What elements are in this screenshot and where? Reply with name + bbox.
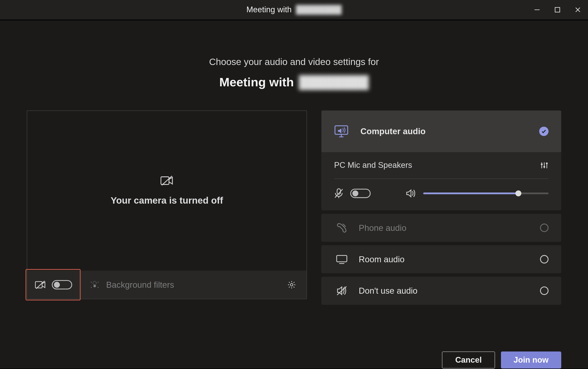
svg-rect-1 xyxy=(161,177,169,184)
radio-icon xyxy=(540,224,549,232)
selected-check-icon xyxy=(539,127,549,136)
window-controls xyxy=(527,0,588,20)
camera-toggle[interactable] xyxy=(52,280,72,289)
close-button[interactable] xyxy=(568,0,588,20)
headline-subtitle: Choose your audio and video settings for xyxy=(0,56,588,67)
pc-audio-icon xyxy=(334,125,351,138)
device-row[interactable]: PC Mic and Speakers xyxy=(334,161,549,170)
window-title: Meeting with ████████ xyxy=(246,5,342,14)
svg-rect-0 xyxy=(555,8,560,12)
device-settings-button[interactable] xyxy=(540,161,549,170)
video-preview-panel: Your camera is turned off Background fil… xyxy=(27,111,307,299)
titlebar: Meeting with ████████ xyxy=(0,0,588,20)
phone-audio-label: Phone audio xyxy=(359,223,540,233)
speaker-off-icon xyxy=(334,286,350,296)
svg-rect-12 xyxy=(546,163,548,164)
headline-title: Meeting with ████████ xyxy=(219,75,369,89)
room-audio-option[interactable]: Room audio xyxy=(321,245,561,273)
footer-buttons: Cancel Join now xyxy=(0,346,588,368)
maximize-button[interactable] xyxy=(547,0,568,20)
svg-rect-2 xyxy=(35,282,42,288)
headline-title-prefix: Meeting with xyxy=(219,75,294,89)
volume-slider[interactable] xyxy=(423,193,549,194)
svg-point-8 xyxy=(291,284,293,286)
dont-use-audio-label: Don't use audio xyxy=(359,286,540,296)
computer-audio-option[interactable]: Computer audio PC Mic and Speakers xyxy=(321,111,561,210)
video-settings-button[interactable] xyxy=(287,280,296,289)
window-title-prefix: Meeting with xyxy=(246,5,292,14)
device-name-label: PC Mic and Speakers xyxy=(334,161,412,170)
sliders-icon xyxy=(540,161,549,170)
minimize-icon xyxy=(534,7,540,13)
volume-group xyxy=(405,189,549,198)
speaker-icon xyxy=(405,189,416,198)
video-controls-bar: Background filters xyxy=(27,270,306,299)
svg-point-5 xyxy=(98,282,98,283)
video-preview-body: Your camera is turned off xyxy=(27,111,306,270)
computer-audio-body: PC Mic and Speakers xyxy=(321,152,561,210)
computer-audio-header[interactable]: Computer audio xyxy=(321,111,561,152)
svg-rect-11 xyxy=(543,166,545,168)
background-filters-label: Background filters xyxy=(106,280,174,290)
close-icon xyxy=(575,7,581,13)
svg-point-3 xyxy=(93,285,96,287)
phone-audio-option: Phone audio xyxy=(321,214,561,242)
room-audio-label: Room audio xyxy=(359,254,540,264)
svg-rect-10 xyxy=(541,164,543,165)
mic-group xyxy=(334,188,371,198)
camera-off-icon xyxy=(35,280,46,289)
divider xyxy=(334,179,549,179)
audio-controls-row xyxy=(334,188,549,198)
minimize-button[interactable] xyxy=(527,0,547,20)
computer-audio-label: Computer audio xyxy=(361,126,539,136)
background-filters-button[interactable]: Background filters xyxy=(90,280,281,290)
radio-icon xyxy=(540,255,549,264)
headline: Choose your audio and video settings for… xyxy=(0,56,588,89)
svg-rect-14 xyxy=(337,256,347,262)
camera-off-message: Your camera is turned off xyxy=(111,195,223,206)
svg-point-6 xyxy=(91,287,92,288)
main-area: Your camera is turned off Background fil… xyxy=(0,111,588,346)
gear-icon xyxy=(287,280,296,289)
headline-title-name: ████████ xyxy=(299,75,369,89)
prejoin-window: Meeting with ████████ Choose your audio … xyxy=(0,0,588,369)
cancel-button[interactable]: Cancel xyxy=(442,351,495,368)
window-title-name: ████████ xyxy=(296,5,342,14)
audio-options-panel: Computer audio PC Mic and Speakers xyxy=(321,111,561,346)
camera-off-icon xyxy=(160,175,173,185)
phone-icon xyxy=(334,222,350,233)
dont-use-audio-option[interactable]: Don't use audio xyxy=(321,277,561,305)
bg-blur-icon xyxy=(90,280,99,289)
mic-off-icon xyxy=(334,188,343,198)
join-now-button[interactable]: Join now xyxy=(501,351,561,368)
svg-point-7 xyxy=(98,287,98,288)
maximize-icon xyxy=(554,7,560,13)
svg-point-4 xyxy=(91,282,92,283)
mic-toggle[interactable] xyxy=(350,189,371,198)
radio-icon xyxy=(540,287,549,295)
tv-icon xyxy=(334,255,350,264)
